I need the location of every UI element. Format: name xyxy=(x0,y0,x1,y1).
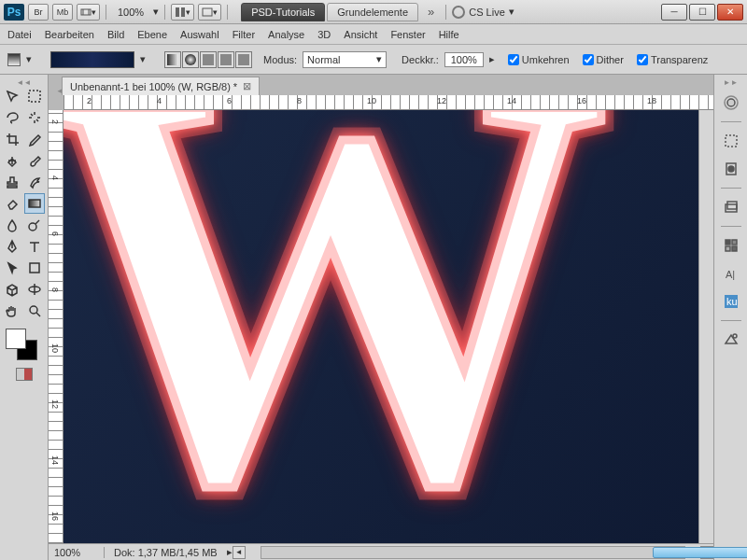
menu-bearbeiten[interactable]: Bearbeiten xyxy=(45,29,94,40)
eraser-tool[interactable] xyxy=(2,193,22,214)
3d-camera-tool[interactable] xyxy=(24,279,45,300)
shape-tool[interactable] xyxy=(24,258,45,278)
minimize-button[interactable]: ─ xyxy=(661,4,687,21)
eyedropper-tool[interactable] xyxy=(24,129,45,149)
styles-panel-icon[interactable] xyxy=(720,329,742,351)
svg-rect-22 xyxy=(726,240,730,245)
gradient-picker[interactable] xyxy=(50,51,134,68)
type-tool[interactable] xyxy=(24,236,45,257)
svg-rect-6 xyxy=(203,54,214,65)
horizontal-scrollbar[interactable] xyxy=(261,546,685,559)
minibridge-button[interactable]: Mb xyxy=(52,4,73,21)
menu-ansicht[interactable]: Ansicht xyxy=(344,29,377,40)
crop-tool[interactable] xyxy=(2,129,22,149)
brush-tool[interactable] xyxy=(24,150,45,171)
move-tool[interactable] xyxy=(2,86,22,106)
dock-grip[interactable]: ►► xyxy=(724,78,739,86)
svg-rect-7 xyxy=(220,54,232,65)
close-tab-icon[interactable]: ⊠ xyxy=(243,80,251,92)
vertical-scrollbar[interactable] xyxy=(698,110,713,543)
workspace: ◄◄ xyxy=(0,75,747,560)
gradient-angle[interactable] xyxy=(200,51,217,68)
menu-auswahl[interactable]: Auswahl xyxy=(180,29,219,40)
status-docinfo[interactable]: Dok: 1,37 MB/1,45 MB xyxy=(105,547,227,558)
marquee-tool[interactable] xyxy=(24,86,45,106)
toolbox-grip[interactable]: ◄◄ xyxy=(2,78,46,86)
layers-panel-icon[interactable] xyxy=(720,196,742,218)
menu-3d[interactable]: 3D xyxy=(317,29,331,40)
doc-grip[interactable]: ◄◄ xyxy=(54,87,62,95)
svg-rect-24 xyxy=(726,246,730,251)
workspace-tab-grundelemente[interactable]: Grundelemente xyxy=(327,3,418,21)
color-swatches[interactable] xyxy=(2,327,39,364)
workspace-tab-tutorials[interactable]: PSD-Tutorials xyxy=(241,3,325,21)
svg-rect-3 xyxy=(203,8,212,16)
adjustments-panel-icon[interactable] xyxy=(720,130,742,152)
arrange-button[interactable]: ▾ xyxy=(171,4,194,21)
menu-bild[interactable]: Bild xyxy=(107,29,124,40)
opacity-input[interactable]: 100% xyxy=(444,52,484,67)
history-brush-tool[interactable] xyxy=(24,172,45,192)
svg-text:ku: ku xyxy=(726,296,738,307)
tool-preset-picker[interactable] xyxy=(7,53,21,66)
svg-rect-25 xyxy=(732,246,737,251)
cs-live-button[interactable]: CS Live▾ xyxy=(452,6,514,19)
fg-color[interactable] xyxy=(6,329,26,349)
document-area: ◄◄ Unbenannt-1 bei 100% (W, RGB/8) * ⊠ 2… xyxy=(49,75,713,560)
transparency-checkbox[interactable]: Transparenz xyxy=(637,54,708,65)
menu-fenster[interactable]: Fenster xyxy=(390,29,425,40)
menu-ebene[interactable]: Ebene xyxy=(137,29,167,40)
gradient-diamond[interactable] xyxy=(235,51,252,68)
blur-tool[interactable] xyxy=(2,215,22,235)
mode-select[interactable]: Normal▾ xyxy=(303,51,387,68)
swatches-panel-icon[interactable] xyxy=(720,234,742,257)
hscroll-left[interactable]: ◄ xyxy=(233,546,246,559)
masks-panel-icon[interactable] xyxy=(720,158,742,180)
character-panel-icon[interactable]: A| xyxy=(720,262,742,285)
document-tab[interactable]: Unbenannt-1 bei 100% (W, RGB/8) * ⊠ xyxy=(62,77,260,95)
gradient-reflected[interactable] xyxy=(218,51,234,68)
quickmask-toggle[interactable] xyxy=(16,368,33,381)
svg-point-19 xyxy=(728,166,734,172)
path-select-tool[interactable] xyxy=(2,258,22,278)
svg-rect-23 xyxy=(732,240,737,245)
hand-tool[interactable] xyxy=(2,301,22,321)
gradient-tool[interactable] xyxy=(24,193,45,214)
zoom-display[interactable]: 100% xyxy=(112,7,149,18)
stamp-tool[interactable] xyxy=(2,172,22,192)
bridge-button[interactable]: Br xyxy=(28,4,49,21)
svg-rect-8 xyxy=(238,54,249,65)
hscroll-thumb[interactable] xyxy=(653,547,747,558)
screenmode-button[interactable]: ▾ xyxy=(198,4,221,21)
ruler-horizontal[interactable]: 24681012141618 xyxy=(63,95,713,110)
menu-hilfe[interactable]: Hilfe xyxy=(439,29,459,40)
dither-checkbox[interactable]: Dither xyxy=(583,54,624,65)
reverse-checkbox[interactable]: Umkehren xyxy=(508,54,570,65)
view-extras-button[interactable]: ▾ xyxy=(77,4,100,21)
pen-tool[interactable] xyxy=(2,236,22,257)
menu-datei[interactable]: Datei xyxy=(7,29,32,40)
menu-analyse[interactable]: Analyse xyxy=(268,29,304,40)
mode-label: Modus: xyxy=(263,54,297,65)
close-button[interactable]: ✕ xyxy=(717,4,743,21)
maximize-button[interactable]: ☐ xyxy=(689,4,715,21)
svg-rect-21 xyxy=(727,202,737,209)
svg-text:A|: A| xyxy=(726,269,735,280)
color-panel-icon[interactable] xyxy=(720,91,742,114)
dodge-tool[interactable] xyxy=(24,215,45,235)
workspace-more-icon[interactable]: » xyxy=(422,5,440,19)
menu-filter[interactable]: Filter xyxy=(233,29,255,40)
zoom-tool[interactable] xyxy=(24,301,45,321)
toolbox: ◄◄ xyxy=(0,75,49,560)
svg-rect-17 xyxy=(726,135,737,147)
status-zoom[interactable]: 100% xyxy=(49,547,105,558)
gradient-radial[interactable] xyxy=(182,51,199,68)
kuler-panel-icon[interactable]: ku xyxy=(720,290,742,313)
ruler-vertical[interactable]: 246810121416 xyxy=(49,110,63,543)
3d-tool[interactable] xyxy=(2,279,22,300)
lasso-tool[interactable] xyxy=(2,107,22,128)
canvas[interactable]: W xyxy=(63,110,698,543)
healing-tool[interactable] xyxy=(2,150,22,171)
wand-tool[interactable] xyxy=(24,107,45,128)
gradient-linear[interactable] xyxy=(164,51,181,68)
